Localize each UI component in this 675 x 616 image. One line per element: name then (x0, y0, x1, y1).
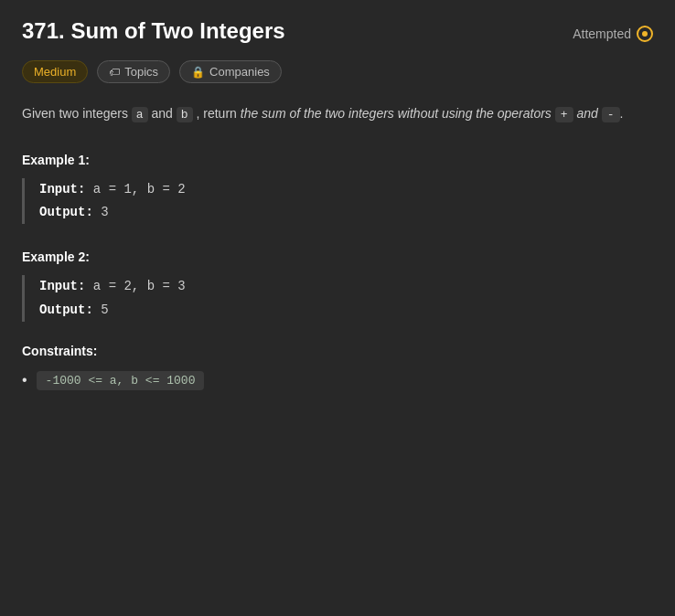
problem-description: Given two integers a and b , return the … (22, 103, 653, 125)
example1-title: Example 1: (22, 153, 653, 167)
example2-input: Input: a = 2, b = 3 (39, 275, 653, 298)
op-minus: - (602, 107, 620, 122)
example1-input: Input: a = 1, b = 2 (39, 178, 653, 201)
lock-icon: 🔒 (191, 66, 205, 79)
desc-and: and (152, 106, 173, 121)
bookmark-icon: 🏷 (109, 66, 120, 79)
example1-output: Output: 3 (39, 201, 653, 224)
var-a: a (132, 107, 148, 122)
attempted-label: Attempted (573, 27, 631, 41)
desc-prefix: Given two integers (22, 106, 128, 121)
topics-tag[interactable]: 🏷 Topics (97, 60, 170, 83)
companies-label: Companies (209, 65, 270, 79)
example1-block: Input: a = 1, b = 2 Output: 3 (22, 178, 653, 224)
attempted-icon (637, 26, 653, 42)
desc-suffix: . (620, 106, 624, 121)
constraint-item: • -1000 <= a, b <= 1000 (22, 371, 653, 390)
tags-row: Medium 🏷 Topics 🔒 Companies (22, 60, 653, 83)
example2-block: Input: a = 2, b = 3 Output: 5 (22, 275, 653, 321)
topics-label: Topics (124, 65, 158, 79)
example2-output: Output: 5 (39, 299, 653, 322)
constraints-section: Constraints: • -1000 <= a, b <= 1000 (22, 344, 653, 390)
desc-and-italic: and (576, 106, 597, 121)
constraints-title: Constraints: (22, 344, 653, 358)
problem-title: 371. Sum of Two Integers (22, 18, 285, 44)
bullet-icon: • (22, 372, 27, 388)
constraint-value: -1000 <= a, b <= 1000 (37, 371, 205, 390)
example2-title: Example 2: (22, 250, 653, 264)
desc-middle: , return (197, 106, 237, 121)
var-b: b (177, 107, 193, 122)
difficulty-tag[interactable]: Medium (22, 60, 88, 83)
attempted-badge: Attempted (573, 26, 653, 42)
desc-italic: the sum of the two integers without usin… (241, 106, 552, 121)
header-row: 371. Sum of Two Integers Attempted (22, 18, 653, 44)
companies-tag[interactable]: 🔒 Companies (179, 60, 282, 83)
op-plus: + (555, 107, 573, 122)
